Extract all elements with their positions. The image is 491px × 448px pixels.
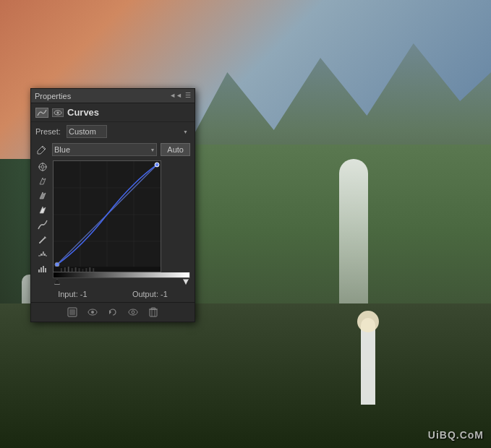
smooth-button[interactable] [36, 247, 49, 260]
svg-point-20 [155, 163, 159, 167]
preset-row: Preset: Custom [31, 122, 195, 141]
bg-ground [0, 303, 491, 448]
auto-button[interactable]: Auto [161, 143, 190, 156]
eye-button[interactable] [127, 306, 140, 318]
output-value: -1 [161, 290, 168, 298]
curves-adjustment-icon[interactable] [35, 108, 48, 118]
svg-point-21 [55, 262, 59, 267]
svg-rect-11 [43, 266, 44, 272]
white-slider[interactable] [183, 279, 189, 285]
gradient-bar [53, 272, 190, 278]
svg-rect-26 [72, 268, 73, 272]
svg-rect-32 [93, 268, 94, 272]
channel-select[interactable]: Blue RGB Red Green [52, 143, 157, 156]
svg-rect-27 [75, 267, 77, 272]
svg-point-36 [91, 311, 94, 314]
bottom-toolbar [31, 302, 195, 322]
svg-point-1 [57, 111, 59, 113]
preset-select[interactable]: Custom [67, 125, 107, 138]
target-eyedropper-button[interactable] [36, 160, 49, 173]
svg-rect-10 [40, 267, 42, 272]
panel-menu-button[interactable]: ☰ [185, 92, 191, 99]
histogram-button[interactable] [36, 262, 49, 275]
channel-row: Blue RGB Red Green Auto [31, 141, 195, 158]
svg-point-39 [132, 311, 135, 314]
preset-label: Preset: [35, 127, 63, 136]
curves-header: Curves [31, 103, 195, 122]
visibility-toggle-button[interactable] [86, 306, 99, 318]
output-label: Output: -1 [132, 290, 168, 298]
svg-rect-40 [150, 309, 157, 316]
svg-rect-9 [38, 270, 40, 272]
panel-collapse-button[interactable]: ◄◄ [169, 92, 182, 99]
svg-rect-23 [61, 268, 62, 272]
curves-title: Curves [67, 107, 99, 118]
channel-eyedropper-icon [35, 143, 48, 156]
svg-point-4 [41, 165, 44, 168]
pencil-draw-button[interactable] [36, 233, 49, 246]
left-tools [35, 160, 50, 285]
input-value: -1 [80, 290, 87, 298]
curve-edit-button[interactable] [36, 218, 49, 231]
channel-select-wrapper: Blue RGB Red Green [52, 143, 157, 156]
black-slider[interactable] [54, 279, 60, 285]
slider-row [53, 278, 190, 285]
reset-button[interactable] [106, 306, 119, 318]
watermark: UiBQ.CoM [428, 429, 484, 441]
add-mask-button[interactable] [66, 306, 79, 318]
io-row: Input: -1 Output: -1 [31, 288, 195, 302]
svg-point-38 [129, 309, 137, 315]
white-point-button[interactable] [36, 204, 49, 217]
black-point-button[interactable] [36, 175, 49, 188]
svg-rect-28 [79, 268, 80, 272]
panel-controls: ◄◄ ☰ [169, 92, 191, 99]
input-label: Input: -1 [58, 290, 87, 298]
svg-rect-24 [64, 267, 66, 272]
svg-rect-25 [68, 267, 69, 272]
layer-visibility-icon[interactable] [52, 108, 64, 117]
svg-rect-30 [85, 268, 87, 272]
gray-point-button[interactable] [36, 189, 49, 202]
svg-rect-12 [45, 268, 46, 272]
svg-rect-34 [69, 309, 75, 315]
curve-canvas[interactable] [53, 160, 190, 285]
svg-rect-22 [54, 267, 161, 272]
panel-title: Properties [35, 92, 71, 100]
panel-titlebar: Properties ◄◄ ☰ [31, 89, 195, 103]
svg-rect-29 [82, 269, 83, 272]
curve-area [31, 158, 195, 288]
delete-button[interactable] [147, 306, 160, 318]
properties-panel: Properties ◄◄ ☰ Curves Preset: Custom [30, 88, 195, 322]
bg-figure [346, 289, 390, 405]
svg-rect-31 [89, 267, 90, 272]
preset-select-wrapper: Custom [67, 125, 190, 138]
